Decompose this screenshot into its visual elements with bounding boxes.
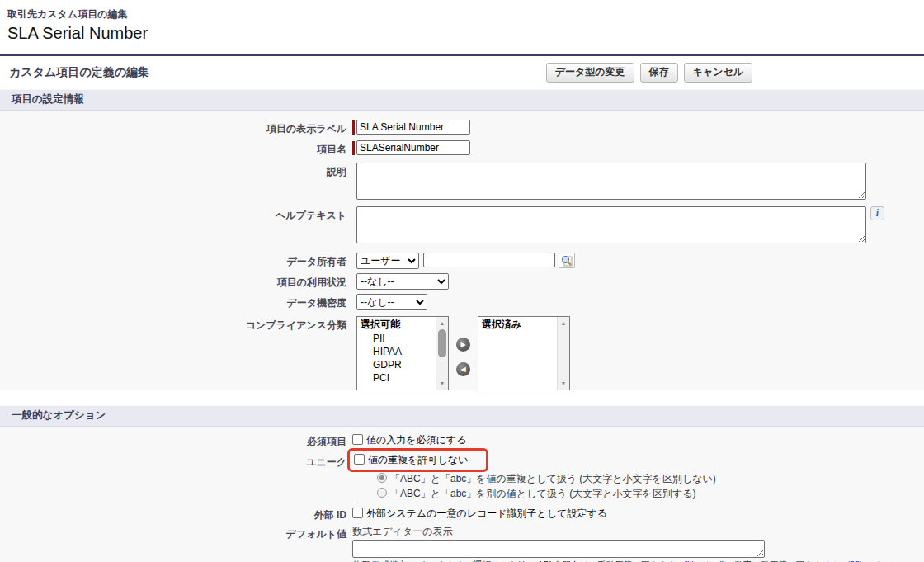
action-buttons: データ型の変更 保存 キャンセル bbox=[546, 63, 752, 83]
unique-checkbox-label: 値の重複を許可しない bbox=[368, 452, 468, 467]
scroll-up-icon[interactable]: ▲ bbox=[436, 318, 448, 328]
page-title: SLA Serial Number bbox=[7, 24, 924, 43]
list-item[interactable]: HIPAA bbox=[357, 345, 448, 358]
description-textarea[interactable] bbox=[356, 163, 866, 200]
case-insensitive-radio-label: 「ABC」と「abc」を値の重複として扱う (大文字と小文字を区別しない) bbox=[390, 472, 716, 486]
default-value-label: デフォルト値 bbox=[0, 525, 346, 541]
change-data-type-button[interactable]: データ型の変更 bbox=[546, 63, 634, 83]
description-label: 説明 bbox=[0, 163, 346, 179]
unique-highlight-box: 値の重複を許可しない bbox=[347, 448, 488, 472]
data-owner-search-input[interactable] bbox=[423, 253, 555, 267]
field-name-row: 項目名 bbox=[0, 140, 924, 157]
general-options-form: 必須項目 値の入力を必須にする ユニーク 値の重複を許可しない 「ABC」と「a… bbox=[0, 427, 924, 562]
list-item[interactable]: GDPR bbox=[357, 358, 448, 371]
scroll-down-icon[interactable]: ▼ bbox=[558, 378, 569, 389]
compliance-available-listbox[interactable]: 選択可能 PII HIPAA GDPR PCI ▲ ▼ bbox=[356, 316, 449, 390]
help-text-label: ヘルプテキスト bbox=[0, 206, 346, 223]
default-value-textarea[interactable] bbox=[352, 540, 765, 558]
field-name-label: 項目名 bbox=[0, 140, 346, 157]
unique-option-label: ユニーク bbox=[0, 451, 346, 470]
available-list-title: 選択可能 bbox=[357, 317, 448, 332]
scrollbar[interactable]: ▲ ▼ bbox=[436, 317, 448, 390]
section-field-info: 項目の設定情報 bbox=[0, 89, 924, 111]
external-id-label: 外部 ID bbox=[0, 506, 346, 522]
external-id-checkbox[interactable] bbox=[352, 508, 363, 518]
help-text-row: ヘルプテキスト i bbox=[0, 206, 924, 243]
list-item[interactable]: PII bbox=[357, 332, 448, 345]
field-info-form: 項目の表示ラベル 項目名 説明 ヘルプテキスト i bbox=[0, 111, 924, 390]
field-usage-label: 項目の利用状況 bbox=[0, 273, 346, 290]
compliance-selected-listbox[interactable]: 選択済み ▲ ▼ bbox=[478, 316, 570, 390]
required-indicator bbox=[352, 141, 355, 155]
scrollbar[interactable]: ▲ ▼ bbox=[557, 317, 569, 390]
remove-arrow-icon[interactable]: ◀ bbox=[456, 362, 470, 376]
panel-header: カスタム項目の定義の編集 データ型の変更 保存 キャンセル bbox=[0, 56, 924, 89]
external-id-row: 外部 ID 外部システムの一意のレコード識別子として設定する bbox=[0, 506, 924, 522]
data-owner-label: データ所有者 bbox=[0, 253, 346, 269]
unique-option-row: ユニーク 値の重複を許可しない bbox=[0, 451, 924, 470]
move-buttons: ▶ ◀ bbox=[456, 338, 470, 376]
case-sensitive-radio[interactable] bbox=[377, 488, 387, 498]
required-checkbox-label: 値の入力を必須にする bbox=[366, 432, 466, 447]
save-button[interactable]: 保存 bbox=[640, 63, 678, 83]
required-option-label: 必須項目 bbox=[0, 432, 346, 449]
data-sensitivity-label: データ機密度 bbox=[0, 294, 346, 310]
panel-title: カスタム項目の定義の編集 bbox=[9, 65, 149, 80]
scrollbar-thumb[interactable] bbox=[438, 329, 446, 357]
cancel-button[interactable]: キャンセル bbox=[684, 63, 752, 83]
external-id-checkbox-label: 外部システムの一意のレコード識別子として設定する bbox=[366, 506, 607, 521]
required-option-row: 必須項目 値の入力を必須にする bbox=[0, 432, 924, 449]
compliance-row: コンプライアンス分類 選択可能 PII HIPAA GDPR PCI ▲ ▼ ▶ bbox=[0, 316, 924, 390]
unique-checkbox[interactable] bbox=[354, 454, 365, 465]
list-item[interactable]: PCI bbox=[357, 371, 448, 385]
edit-panel: カスタム項目の定義の編集 データ型の変更 保存 キャンセル 項目の設定情報 項目… bbox=[0, 54, 924, 562]
add-arrow-icon[interactable]: ▶ bbox=[456, 338, 470, 352]
data-owner-row: データ所有者 ユーザー bbox=[0, 253, 924, 269]
data-sensitivity-row: データ機密度 --なし-- bbox=[0, 294, 924, 310]
section-general-options: 一般的なオプション bbox=[0, 405, 924, 427]
lookup-icon[interactable] bbox=[559, 253, 575, 268]
compliance-label: コンプライアンス分類 bbox=[0, 316, 346, 333]
case-sensitive-option: 「ABC」と「abc」を別の値として扱う (大文字と小文字を区別する) bbox=[377, 487, 924, 501]
required-indicator bbox=[352, 120, 355, 135]
breadcrumb: 取引先カスタム項目の編集 bbox=[7, 7, 924, 21]
case-insensitive-radio[interactable] bbox=[377, 473, 387, 483]
field-label-row: 項目の表示ラベル bbox=[0, 120, 924, 136]
data-owner-select[interactable]: ユーザー bbox=[356, 253, 419, 269]
field-label-input[interactable] bbox=[356, 120, 470, 135]
formula-editor-link[interactable]: 数式エディターの表示 bbox=[352, 525, 452, 539]
help-text-textarea[interactable] bbox=[356, 206, 866, 243]
info-icon[interactable]: i bbox=[870, 206, 884, 220]
field-label-label: 項目の表示ラベル bbox=[0, 120, 346, 136]
scroll-down-icon[interactable]: ▼ bbox=[436, 378, 448, 389]
scroll-up-icon[interactable]: ▲ bbox=[558, 318, 569, 328]
required-checkbox[interactable] bbox=[352, 434, 363, 445]
field-usage-select[interactable]: --なし-- bbox=[356, 273, 449, 290]
description-row: 説明 bbox=[0, 163, 924, 200]
case-sensitive-radio-label: 「ABC」と「abc」を別の値として扱う (大文字と小文字を区別する) bbox=[390, 487, 695, 501]
case-insensitive-option: 「ABC」と「abc」を値の重複として扱う (大文字と小文字を区別しない) bbox=[377, 472, 924, 486]
field-name-input[interactable] bbox=[356, 140, 470, 155]
default-value-row: デフォルト値 数式エディターの表示 bbox=[0, 525, 924, 558]
selected-list-title: 選択済み bbox=[478, 317, 569, 332]
data-sensitivity-select[interactable]: --なし-- bbox=[356, 294, 427, 310]
field-usage-row: 項目の利用状況 --なし-- bbox=[0, 273, 924, 290]
page-header: 取引先カスタム項目の編集 SLA Serial Number bbox=[0, 0, 924, 43]
